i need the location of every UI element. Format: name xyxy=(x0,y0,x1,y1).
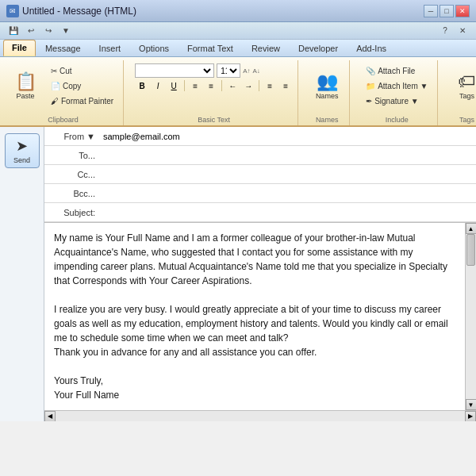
vertical-scrollbar[interactable]: ▲ ▼ xyxy=(465,223,476,410)
scroll-track[interactable] xyxy=(466,234,476,399)
include-buttons: 📎 Attach File 📁 Attach Item ▼ ✒ Signatur… xyxy=(361,63,432,108)
tags-label: Tags xyxy=(449,114,476,125)
send-icon: ➤ xyxy=(16,137,28,155)
h-scroll-track[interactable] xyxy=(56,411,465,421)
help-btn[interactable]: ? xyxy=(438,25,452,37)
bcc-field[interactable] xyxy=(100,185,476,202)
numbered-list-button[interactable]: ≡ xyxy=(204,79,218,92)
from-dropdown-button[interactable]: From ▼ xyxy=(44,129,100,144)
basictext-content: 11 A↑ A↓ B I U ≡ ≡ ← → ≡ ≡ xyxy=(135,62,293,114)
scroll-up-button[interactable]: ▲ xyxy=(466,223,477,234)
font-size-select[interactable]: 11 xyxy=(217,63,240,78)
align-left-button[interactable]: ≡ xyxy=(263,79,277,92)
format-painter-button[interactable]: 🖌 Format Painter xyxy=(46,94,118,108)
bold-button[interactable]: B xyxy=(135,79,149,92)
names-button[interactable]: 👥 Names xyxy=(309,63,344,109)
text-divider2 xyxy=(221,80,222,91)
bcc-row: Bcc... xyxy=(44,184,476,203)
include-content: 📎 Attach File 📁 Attach Item ▼ ✒ Signatur… xyxy=(361,62,432,114)
cut-icon: ✂ xyxy=(51,67,57,75)
include-label: Include xyxy=(361,114,432,125)
bcc-button[interactable]: Bcc... xyxy=(44,186,100,201)
cc-field[interactable] xyxy=(100,166,476,183)
to-row: To... xyxy=(44,146,476,165)
scroll-thumb[interactable] xyxy=(466,234,475,266)
signature-icon: ✒ xyxy=(366,97,372,106)
tab-developer[interactable]: Developer xyxy=(290,40,347,56)
attach-file-button[interactable]: 📎 Attach File xyxy=(361,63,432,78)
text-divider3 xyxy=(259,80,259,91)
subject-row: Subject: xyxy=(44,203,476,222)
to-field[interactable] xyxy=(100,147,476,164)
email-body[interactable]: My name is Your Full Name and I am a for… xyxy=(44,223,465,410)
tab-file[interactable]: File xyxy=(3,40,36,56)
font-grow-icon: A↑ xyxy=(243,67,250,75)
tab-message[interactable]: Message xyxy=(36,40,90,56)
cc-button[interactable]: Cc... xyxy=(44,167,100,182)
ribbon-group-basictext: 11 A↑ A↓ B I U ≡ ≡ ← → ≡ ≡ xyxy=(130,60,298,125)
indent-decrease-button[interactable]: ← xyxy=(225,79,240,92)
text-divider xyxy=(184,80,185,91)
minimize-button[interactable]: ─ xyxy=(424,5,438,17)
font-shrink-icon: A↓ xyxy=(252,67,259,75)
names-content: 👥 Names xyxy=(309,62,344,114)
names-icon: 👥 xyxy=(317,73,338,90)
tab-insert[interactable]: Insert xyxy=(90,40,130,56)
close-button[interactable]: ✕ xyxy=(455,5,470,17)
email-fields: From ▼ To... Cc... Bcc... xyxy=(44,127,476,421)
ribbon-group-tags: 🏷 Tags Tags xyxy=(444,60,476,125)
paste-button[interactable]: 📋 Paste xyxy=(8,63,43,109)
underline-button[interactable]: U xyxy=(167,79,181,92)
attach-item-icon: 📁 xyxy=(366,82,375,90)
names-label: Names xyxy=(309,114,344,125)
close-ribbon-btn[interactable]: ✕ xyxy=(455,25,470,37)
ribbon-tabs: File Message Insert Options Format Text … xyxy=(0,40,476,57)
align-right-button[interactable]: ≡ xyxy=(278,79,293,92)
tab-format-text[interactable]: Format Text xyxy=(178,40,242,56)
subject-field[interactable] xyxy=(100,204,476,221)
from-field[interactable] xyxy=(100,128,476,145)
tab-options[interactable]: Options xyxy=(130,40,178,56)
paste-icon: 📋 xyxy=(15,73,36,90)
basictext-label: Basic Text xyxy=(135,114,293,125)
subject-label: Subject: xyxy=(44,205,100,220)
tags-button[interactable]: 🏷 Tags xyxy=(449,63,476,109)
cut-button[interactable]: ✂ Cut xyxy=(46,63,118,78)
copy-icon: 📄 xyxy=(51,82,60,90)
tab-addins[interactable]: Add-Ins xyxy=(347,40,395,56)
copy-button[interactable]: 📄 Copy xyxy=(46,79,118,93)
indent-increase-button[interactable]: → xyxy=(241,79,255,92)
to-button[interactable]: To... xyxy=(44,148,100,163)
clipboard-sub-buttons: ✂ Cut 📄 Copy 🖌 Format Painter xyxy=(46,63,118,108)
maximize-button[interactable]: □ xyxy=(440,5,454,17)
email-compose-area: ➤ Send From ▼ To... Cc... xyxy=(0,127,476,421)
format-row: B I U ≡ ≡ ← → ≡ ≡ xyxy=(135,79,293,92)
scroll-left-button[interactable]: ◀ xyxy=(44,411,56,422)
save-quick-btn[interactable]: 💾 xyxy=(6,25,21,37)
app-icon: ✉ xyxy=(6,5,19,17)
send-panel: ➤ Send xyxy=(0,127,44,421)
from-row: From ▼ xyxy=(44,127,476,146)
signature-button[interactable]: ✒ Signature ▼ xyxy=(361,94,432,108)
text-controls: 11 A↑ A↓ B I U ≡ ≡ ← → ≡ ≡ xyxy=(135,63,293,92)
clipboard-content: 📋 Paste ✂ Cut 📄 Copy 🖌 Format Painter xyxy=(8,62,118,114)
ribbon-group-names: 👥 Names Names xyxy=(305,60,350,125)
title-bar-left: ✉ Untitled - Message (HTML) xyxy=(6,5,136,17)
horizontal-scrollbar[interactable]: ◀ ▶ xyxy=(44,410,476,421)
undo-quick-btn[interactable]: ↩ xyxy=(24,25,38,37)
bullet-list-button[interactable]: ≡ xyxy=(188,79,202,92)
italic-button[interactable]: I xyxy=(151,79,165,92)
ribbon-group-include: 📎 Attach File 📁 Attach Item ▼ ✒ Signatur… xyxy=(356,60,438,125)
scroll-right-button[interactable]: ▶ xyxy=(465,411,476,422)
send-button[interactable]: ➤ Send xyxy=(5,133,40,168)
attach-item-button[interactable]: 📁 Attach Item ▼ xyxy=(361,79,432,93)
scroll-down-button[interactable]: ▼ xyxy=(466,399,477,410)
attach-file-icon: 📎 xyxy=(366,67,375,75)
tags-content: 🏷 Tags xyxy=(449,62,476,114)
font-family-select[interactable] xyxy=(135,63,214,78)
quick-access-dropdown[interactable]: ▼ xyxy=(59,25,73,37)
format-painter-icon: 🖌 xyxy=(51,97,59,106)
redo-quick-btn[interactable]: ↪ xyxy=(41,25,56,37)
tab-review[interactable]: Review xyxy=(243,40,289,56)
window-controls: ─ □ ✕ xyxy=(424,5,470,17)
